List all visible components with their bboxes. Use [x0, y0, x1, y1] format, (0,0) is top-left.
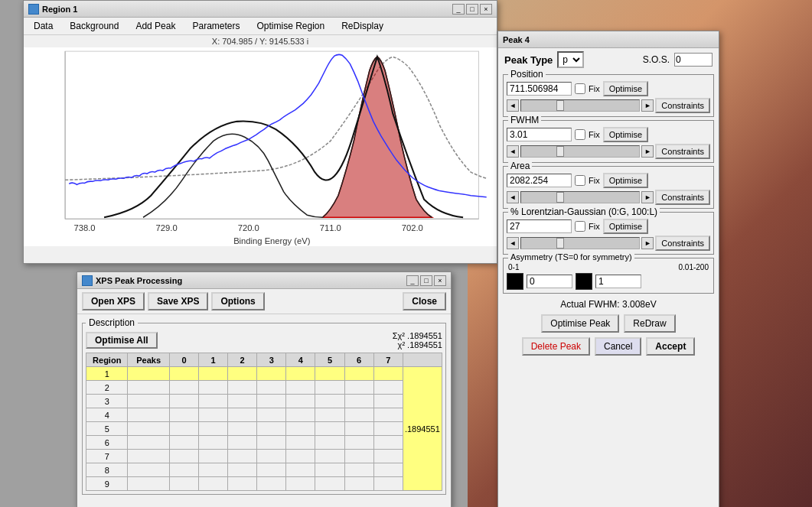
svg-rect-0 [65, 51, 478, 219]
redraw-button[interactable]: ReDraw [624, 314, 675, 333]
menu-optimise-region[interactable]: Optimise Region [254, 20, 327, 32]
fwhm-optimise-btn[interactable]: Optimise [603, 127, 648, 142]
lg-input[interactable] [507, 219, 572, 233]
options-button[interactable]: Options [211, 292, 264, 310]
asym-input2[interactable] [595, 275, 641, 288]
accept-button[interactable]: Accept [646, 337, 695, 356]
position-constraints-btn[interactable]: Constraints [655, 98, 710, 113]
table-row[interactable]: 1 .1894551 [86, 367, 442, 381]
position-slider-track[interactable] [520, 99, 640, 112]
peak4-window: Peak 4 Peak Type p S.O.S. Position Fix O… [497, 31, 719, 507]
chart-svg: 738.0 729.0 720.0 711.0 702.0 Binding En… [24, 47, 497, 246]
table-row[interactable]: 7 [86, 450, 442, 463]
fwhm-slider-track[interactable] [520, 145, 640, 158]
peak4-titlebar[interactable]: Peak 4 [498, 31, 719, 48]
lg-slider-row: ◄ ► Constraints [507, 236, 710, 251]
cell-3[interactable] [257, 367, 286, 381]
lg-slider-left[interactable]: ◄ [507, 237, 519, 249]
position-fix-checkbox[interactable] [575, 83, 585, 94]
lg-slider-right[interactable]: ► [641, 237, 654, 249]
svg-text:702.0: 702.0 [402, 223, 423, 232]
menu-parameters[interactable]: Parameters [190, 20, 242, 32]
area-slider-track[interactable] [520, 191, 640, 203]
area-constraints-btn[interactable]: Constraints [655, 190, 710, 205]
area-slider-left[interactable]: ◄ [507, 191, 519, 203]
cell-1[interactable] [199, 367, 228, 381]
optimise-peak-button[interactable]: Optimise Peak [541, 314, 619, 333]
position-optimise-btn[interactable]: Optimise [603, 81, 648, 96]
position-input[interactable] [507, 82, 572, 96]
menu-background[interactable]: Background [67, 20, 121, 32]
lg-fix-checkbox[interactable] [575, 221, 585, 232]
cell-6[interactable] [344, 367, 373, 381]
region1-controls: _ □ × [452, 4, 492, 15]
save-xps-button[interactable]: Save XPS [148, 292, 208, 310]
cell-2[interactable] [228, 367, 257, 381]
peak-final-buttons: Delete Peak Cancel Accept [498, 335, 719, 358]
asym-input-row [507, 273, 710, 290]
menu-data[interactable]: Data [31, 20, 55, 32]
fwhm-constraints-btn[interactable]: Constraints [655, 144, 710, 159]
table-row[interactable]: 8 [86, 463, 442, 477]
asym-range-row: 0-1 0.01-200 [507, 263, 710, 271]
xps-close[interactable]: × [434, 275, 446, 286]
table-row[interactable]: 3 [86, 395, 442, 408]
peak4-title-area: Peak 4 [503, 35, 530, 44]
lg-constraints-btn[interactable]: Constraints [655, 236, 710, 251]
asym-color1[interactable] [507, 273, 523, 290]
area-optimise-btn[interactable]: Optimise [603, 173, 648, 188]
region1-titlebar[interactable]: Region 1 _ □ × [24, 1, 497, 18]
xps-minimize[interactable]: _ [406, 275, 419, 286]
asym-input1[interactable] [527, 275, 572, 288]
fwhm-input-row: Fix Optimise [507, 127, 710, 142]
xps-icon [82, 275, 93, 286]
table-row[interactable]: 5 [86, 422, 442, 436]
region1-window: Region 1 _ □ × Data Background Add Peak … [23, 0, 497, 264]
region1-icon [28, 4, 39, 15]
close-button[interactable]: Close [403, 292, 446, 310]
lg-fix-label: Fix [589, 222, 600, 231]
open-xps-button[interactable]: Open XPS [82, 292, 145, 310]
position-slider-right[interactable]: ► [641, 99, 654, 112]
fwhm-label: FWHM [508, 115, 541, 125]
area-fix-checkbox[interactable] [575, 175, 585, 186]
table-row[interactable]: 2 [86, 381, 442, 395]
optimise-all-button[interactable]: Optimise All [86, 332, 158, 349]
peak-action-buttons: Optimise Peak ReDraw [498, 312, 719, 335]
lg-optimise-btn[interactable]: Optimise [603, 219, 648, 234]
region1-close[interactable]: × [480, 4, 492, 15]
lg-slider-track[interactable] [520, 237, 640, 249]
position-slider-left[interactable]: ◄ [507, 99, 519, 112]
asym-color2[interactable] [576, 273, 592, 290]
peak-type-select[interactable]: p [557, 51, 584, 68]
cell-0[interactable] [169, 367, 198, 381]
menu-add-peak[interactable]: Add Peak [133, 20, 178, 32]
table-row[interactable]: 4 [86, 408, 442, 422]
table-row[interactable]: 9 [86, 477, 442, 491]
table-row[interactable]: 6 [86, 436, 442, 450]
fwhm-input[interactable] [507, 128, 572, 141]
fwhm-fix-checkbox[interactable] [575, 129, 585, 140]
region1-title: Region 1 [42, 5, 77, 14]
menu-redisplay[interactable]: ReDisplay [339, 20, 386, 32]
actual-fwhm: Actual FWHM: 3.008eV [498, 297, 719, 312]
col-header-3: 3 [257, 353, 286, 367]
xps-maximize[interactable]: □ [420, 275, 432, 286]
cancel-button[interactable]: Cancel [595, 337, 641, 356]
fwhm-slider-row: ◄ ► Constraints [507, 144, 710, 159]
cell-5[interactable] [315, 367, 344, 381]
area-slider-right[interactable]: ► [641, 191, 654, 203]
region1-maximize[interactable]: □ [466, 4, 478, 15]
fwhm-slider-right[interactable]: ► [641, 145, 654, 158]
cell-7[interactable] [373, 367, 403, 381]
area-input[interactable] [507, 174, 572, 187]
xps-titlebar[interactable]: XPS Peak Processing _ □ × [77, 272, 451, 289]
region1-minimize[interactable]: _ [452, 4, 465, 15]
sos-label: S.O.S. [643, 54, 670, 65]
sos-input[interactable] [674, 53, 713, 67]
cell-4[interactable] [286, 367, 315, 381]
col-header-chi2 [403, 353, 442, 367]
fwhm-slider-left[interactable]: ◄ [507, 145, 519, 158]
region1-menubar: Data Background Add Peak Parameters Opti… [24, 18, 497, 35]
delete-peak-button[interactable]: Delete Peak [522, 337, 590, 356]
